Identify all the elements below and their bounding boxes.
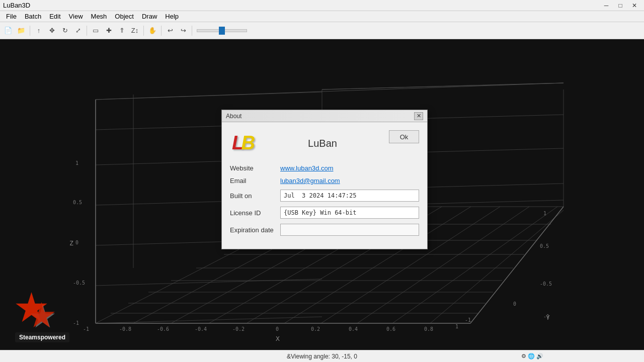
built-on-row: Built on [230, 190, 419, 202]
email-link[interactable]: luban3d@gmail.com [280, 177, 340, 185]
license-input[interactable] [280, 207, 419, 219]
svg-text:0.6: 0.6 [386, 326, 395, 332]
svg-text:0.2: 0.2 [311, 326, 320, 332]
expiration-label: Expiration date [230, 226, 280, 234]
license-label: License ID [230, 209, 280, 217]
svg-text:1: 1 [543, 211, 546, 216]
pan-button[interactable]: ✋ [146, 25, 158, 37]
svg-text:0: 0 [513, 301, 516, 307]
svg-text:0.5: 0.5 [540, 243, 549, 249]
svg-text:Z: Z [69, 239, 73, 247]
svg-text:1: 1 [75, 160, 78, 166]
luban-logo: L B [230, 130, 256, 156]
svg-text:-0.5: -0.5 [73, 280, 85, 286]
website-link[interactable]: www.luban3d.com [280, 164, 334, 172]
dialog-title: About [226, 113, 242, 120]
svg-text:1: 1 [455, 324, 458, 329]
svg-text:0.8: 0.8 [424, 326, 433, 332]
logo-b-letter: B [242, 132, 255, 154]
menu-mesh[interactable]: Mesh [87, 12, 111, 21]
menu-edit[interactable]: Edit [45, 12, 64, 21]
svg-text:-0.8: -0.8 [119, 326, 131, 332]
dialog-header: L B LuBan Ok [230, 130, 419, 156]
move-up-button[interactable]: ↑ [33, 25, 45, 37]
about-dialog: About ✕ L B LuBan Ok Website www.luban3d… [221, 110, 428, 249]
minimize-button[interactable]: ─ [600, 1, 613, 10]
toolbar: 📄 📁 ↑ ✥ ↻ ⤢ ▭ ✚ ⇑ Z↕ ✋ ↩ ↪ [0, 22, 644, 39]
license-row: License ID [230, 207, 419, 219]
maximize-button[interactable]: □ [614, 1, 627, 10]
close-button[interactable]: ✕ [628, 1, 641, 10]
expiration-input[interactable] [280, 224, 419, 236]
slider-container [197, 29, 247, 32]
status-icons: ⚙ 🌐 🔊 [521, 353, 543, 359]
svg-text:-0.6: -0.6 [157, 326, 169, 332]
dialog-close-button[interactable]: ✕ [414, 112, 423, 120]
menu-view[interactable]: View [65, 12, 87, 21]
built-on-input[interactable] [280, 190, 419, 202]
z-sort-button[interactable]: Z↕ [129, 25, 141, 37]
toolbar-sep-4 [161, 26, 162, 36]
toolbar-sep-1 [30, 26, 30, 36]
menu-batch[interactable]: Batch [21, 12, 45, 21]
dialog-body: L B LuBan Ok Website www.luban3d.com Ema… [222, 122, 427, 249]
built-on-label: Built on [230, 192, 280, 200]
statusbar: &Viewing angle: 30, -15, 0 ⚙ 🌐 🔊 [0, 350, 644, 362]
toolbar-sep-5 [192, 26, 192, 36]
svg-text:-1: -1 [543, 314, 549, 319]
menu-object[interactable]: Object [111, 12, 138, 21]
svg-text:-0.4: -0.4 [195, 326, 207, 332]
svg-text:X: X [276, 335, 280, 342]
svg-text:-0.5: -0.5 [540, 281, 552, 287]
steam-badge: Steamspowered [15, 332, 69, 342]
redo-button[interactable]: ↪ [177, 25, 189, 37]
website-row: Website www.luban3d.com [230, 164, 419, 172]
scale-button[interactable]: ⤢ [72, 25, 84, 37]
status-text: &Viewing angle: 30, -15, 0 [287, 353, 357, 360]
rotate-button[interactable]: ↻ [59, 25, 71, 37]
menu-help[interactable]: Help [161, 12, 183, 21]
zoom-slider[interactable] [197, 29, 247, 32]
toolbar-sep-2 [87, 26, 87, 36]
cross-button[interactable]: ✚ [103, 25, 115, 37]
email-row: Email luban3d@gmail.com [230, 177, 419, 185]
rect-button[interactable]: ▭ [90, 25, 102, 37]
svg-text:-0.2: -0.2 [232, 326, 245, 332]
move-button[interactable]: ✥ [46, 25, 58, 37]
undo-button[interactable]: ↩ [164, 25, 176, 37]
expiration-row: Expiration date [230, 224, 419, 236]
statusbar-right: ⚙ 🌐 🔊 [521, 353, 543, 359]
svg-text:0: 0 [276, 326, 279, 332]
website-label: Website [230, 164, 280, 172]
svg-text:0.4: 0.4 [349, 326, 358, 332]
svg-text:0: 0 [75, 240, 78, 245]
toolbar-sep-3 [143, 26, 144, 36]
menu-file[interactable]: File [2, 12, 21, 21]
dialog-titlebar: About ✕ [222, 110, 427, 122]
titlebar-controls: ─ □ ✕ [600, 1, 641, 10]
app-name: LuBan [264, 138, 381, 149]
menu-draw[interactable]: Draw [138, 12, 161, 21]
new-button[interactable]: 📄 [2, 25, 14, 37]
titlebar: LuBan3D ─ □ ✕ [0, 0, 644, 11]
email-label: Email [230, 177, 280, 185]
ok-button[interactable]: Ok [389, 130, 419, 143]
steam-logo: Steamspowered [15, 292, 91, 342]
menubar: File Batch Edit View Mesh Object Draw He… [0, 11, 644, 22]
svg-text:0.5: 0.5 [73, 200, 82, 205]
svg-text:-1: -1 [465, 317, 471, 323]
arrow-up2-button[interactable]: ⇑ [116, 25, 128, 37]
titlebar-title: LuBan3D [3, 2, 30, 9]
open-button[interactable]: 📁 [15, 25, 27, 37]
